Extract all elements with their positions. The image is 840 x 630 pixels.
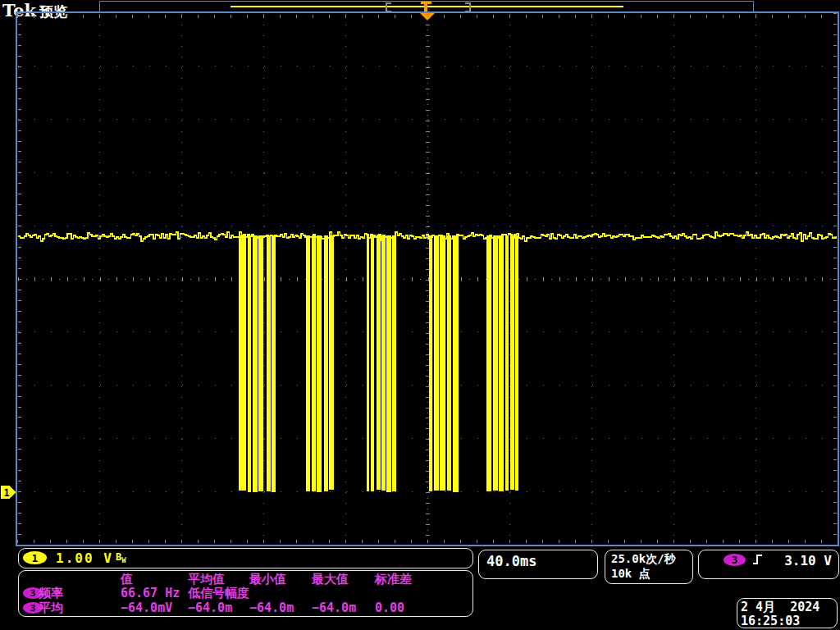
graticule-and-waveform: 1 <box>0 0 840 630</box>
mode-label: 预览 <box>39 3 67 20</box>
window-bracket-right <box>465 2 471 12</box>
measurement-row-mean: 3 平均 −64.0mV −64.0m −64.0m −64.0m 0.00 <box>19 600 472 615</box>
channel1-badge: 1 <box>23 551 47 564</box>
svg-text:1: 1 <box>4 487 10 499</box>
trigger-source-badge: 3 <box>724 554 746 566</box>
channel1-ground-marker: 1 <box>1 486 16 499</box>
brand-logo: Tek <box>2 0 36 21</box>
acquisition-rate: 25.0k次/秒 <box>611 552 676 567</box>
measurement-mean: −64.0m <box>188 600 232 615</box>
datetime-readout: 2 4月 2024 16:25:03 <box>737 598 838 628</box>
oscilloscope-screen: Tek预览 1 1 1.00 V BW 40.0ms 25.0k次/秒 10k … <box>0 0 840 630</box>
measurement-min: −64.0m <box>249 600 294 615</box>
trigger-flag-stem <box>424 4 427 11</box>
acquisition-readout: 25.0k次/秒 10k 点 <box>605 550 693 584</box>
measurement-name: 频率 <box>39 586 63 601</box>
measurement-mean: 低信号幅度 <box>188 586 249 601</box>
time-label: 16:25:03 <box>741 614 800 628</box>
measurement-value: −64.0mV <box>121 600 172 615</box>
measurement-max: −64.0m <box>312 600 356 615</box>
measurements-header-row: 值 平均值 最小值 最大值 标准差 <box>19 572 472 587</box>
header: Tek预览 <box>2 0 67 21</box>
window-bracket-left <box>386 2 391 12</box>
ch1-trace <box>18 232 837 492</box>
channel1-scale: 1.00 V <box>56 550 113 566</box>
measurement-name: 平均 <box>39 600 63 616</box>
measurement-row-frequency: 3 频率 66.67 Hz 低信号幅度 <box>19 586 472 600</box>
trigger-readout: 3 3.10 V <box>698 550 839 579</box>
record-length: 10k 点 <box>611 567 651 582</box>
bandwidth-limit-icon: BW <box>116 551 126 564</box>
channel1-readout: 1 1.00 V BW <box>18 548 473 568</box>
rising-edge-icon <box>751 552 765 567</box>
time-per-div: 40.0ms <box>486 553 536 569</box>
measurements-panel: 值 平均值 最小值 最大值 标准差 3 频率 66.67 Hz 低信号幅度 3 … <box>18 570 473 617</box>
measurement-value: 66.67 Hz <box>121 586 180 600</box>
grid <box>16 12 838 546</box>
trigger-position-arrow-icon <box>420 13 435 21</box>
acquisition-preview-bar <box>99 1 754 12</box>
horizontal-scale-readout: 40.0ms <box>478 550 598 579</box>
trigger-level: 3.10 V <box>784 553 832 568</box>
measurement-std: 0.00 <box>375 600 404 615</box>
